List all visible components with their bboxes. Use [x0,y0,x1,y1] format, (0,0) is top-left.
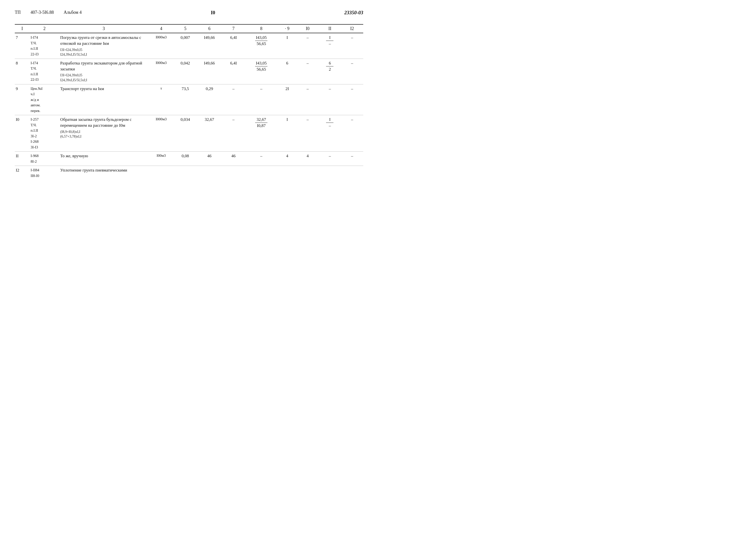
row-ref: I-968 8I-2 [29,152,59,166]
row-number: 8 [15,58,29,84]
row-col8: – [244,152,278,166]
row-desc: Уплотнение грунта пневматическими [59,166,148,180]
row-col6: I49,66 [197,33,222,58]
row-col6: 32,67 [197,115,222,152]
main-table: I 2 3 4 5 6 7 8 · 9 I0 II I2 7I-I74 Т.Ч.… [15,24,363,180]
row-col10: – [297,33,319,58]
row-number: 7 [15,33,29,58]
row-col7 [222,166,244,180]
row-ref: I-II84 II8-I0 [29,166,59,180]
row-col8: I43,0556,65 [244,58,278,84]
row-col6: I49,66 [197,58,222,84]
page-header: ТП 407-3-5I6.88 Альбом 4 I0 23350-03 [15,10,363,17]
row-desc: Погрузка грунта от срезки в автосамосвал… [59,33,148,58]
row-col5: 0,007 [174,33,196,58]
row-unit [148,166,174,180]
row-desc: Обратная засыпка грунта бульдозером с пе… [59,115,148,152]
col-header-7: 7 [222,24,244,33]
col-header-3: 3 [59,24,148,33]
row-ref: Цен.№I ч.I ж/д и автом. перев. [29,84,59,115]
row-col12: – [341,58,363,84]
row-col9: I [278,33,297,58]
col-header-1: I [15,24,29,33]
row-col7: 6,4I [222,33,244,58]
row-col11: – [319,152,341,166]
col-header-2: 2 [29,24,59,33]
row-unit: I00м3 [148,152,174,166]
row-number: 9 [15,84,29,115]
row-col8 [244,166,278,180]
table-row: 8I-I74 Т.Ч. п.I.II 22-I3Разработка грунт… [15,58,363,84]
col-header-12: I2 [341,24,363,33]
row-col7: 6,4I [222,58,244,84]
row-desc: Разработка грунта экскаватором для обрат… [59,58,148,84]
table-header-row: I 2 3 4 5 6 7 8 · 9 I0 II I2 [15,24,363,33]
row-col6: 0,29 [197,84,222,115]
table-row: III-968 8I-2То же, вручнуюI00м30,084646–… [15,152,363,166]
row-number: I2 [15,166,29,180]
row-ref: I-I74 Т.Ч. п.I.II 22-I3 [29,58,59,84]
row-desc: То же, вручную [59,152,148,166]
row-col5 [174,166,196,180]
doc-number: 407-3-5I6.88 [30,10,54,15]
album-label: Альбом 4 [64,10,82,15]
row-ref: I-I74 Т.Ч. п.I.II 22-I3 [29,33,59,58]
row-col9 [278,166,297,180]
table-row: 9Цен.№I ч.I ж/д и автом. перев.Транспорт… [15,84,363,115]
row-col10: – [297,58,319,84]
row-col11 [319,166,341,180]
row-col9: 2I [278,84,297,115]
row-col9: 6 [278,58,297,84]
row-col5: 0,08 [174,152,196,166]
col-header-5: 5 [174,24,196,33]
header-left: ТП 407-3-5I6.88 Альбом 4 [15,10,82,15]
row-col12: – [341,152,363,166]
row-col9: 4 [278,152,297,166]
col-header-10: I0 [297,24,319,33]
row-col6: 46 [197,152,222,166]
table-row: I0I-257 Т.Ч. п.I.II 3I-2 I-268 3I-I3Обра… [15,115,363,152]
row-col7: – [222,84,244,115]
row-col10 [297,166,319,180]
row-col6 [197,166,222,180]
row-col10: 4 [297,152,319,166]
row-col11: I– [319,115,341,152]
col-header-4: 4 [148,24,174,33]
row-col11: – [319,84,341,115]
row-col10: – [297,115,319,152]
row-col8: – [244,84,278,115]
row-col7: 46 [222,152,244,166]
row-number: II [15,152,29,166]
row-col12 [341,166,363,180]
row-unit: I000м3 [148,33,174,58]
row-unit: I000м3 [148,115,174,152]
row-col11: I– [319,33,341,58]
col-header-6: 6 [197,24,222,33]
row-col9: I [278,115,297,152]
row-col5: 0,042 [174,58,196,84]
col-header-9: · 9 [278,24,297,33]
row-unit: I000м3 [148,58,174,84]
row-col10: – [297,84,319,115]
row-col8: 32,67I0,87 [244,115,278,152]
row-desc: Транспорт грунта на Iкм [59,84,148,115]
row-col8: I43,0556,65 [244,33,278,58]
row-ref: I-257 Т.Ч. п.I.II 3I-2 I-268 3I-I3 [29,115,59,152]
row-col7: – [222,115,244,152]
row-col5: 73,5 [174,84,196,115]
header-right: 23350-03 [344,10,363,15]
doc-type-label: ТП [15,10,21,15]
row-unit: т [148,84,174,115]
header-center: I0 [82,10,344,15]
col-header-8: 8 [244,24,278,33]
table-row: 7I-I74 Т.Ч. п.I.II 22-I3Погрузка грунта … [15,33,363,58]
table-row: I2I-II84 II8-I0Уплотнение грунта пневмат… [15,166,363,180]
row-number: I0 [15,115,29,152]
col-header-11: II [319,24,341,33]
row-col12: – [341,115,363,152]
row-col5: 0,034 [174,115,196,152]
row-col11: 62 [319,58,341,84]
row-col12: – [341,33,363,58]
row-col12: – [341,84,363,115]
